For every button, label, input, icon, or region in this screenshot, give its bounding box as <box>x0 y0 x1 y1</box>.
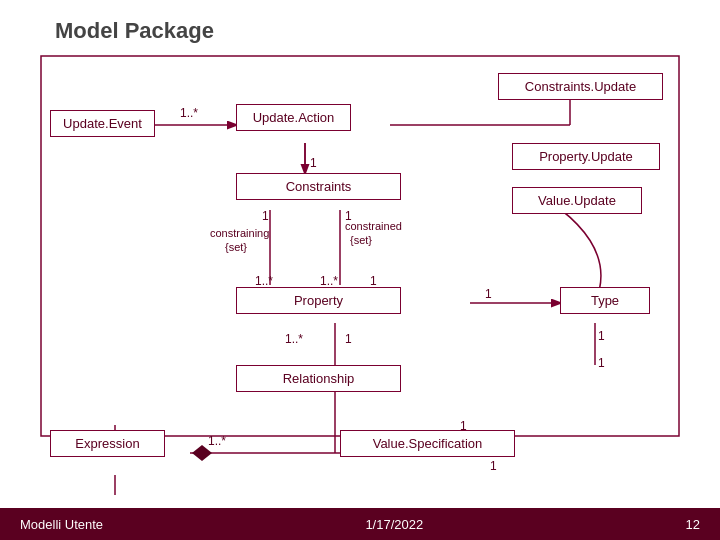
property-box: Property <box>236 287 401 314</box>
value-update-box: Value.Update <box>512 187 642 214</box>
footer-center: 1/17/2022 <box>365 517 423 532</box>
svg-text:constraining: constraining <box>210 227 269 239</box>
svg-text:1..*: 1..* <box>255 274 273 288</box>
svg-text:1: 1 <box>485 287 492 301</box>
svg-text:1..*: 1..* <box>320 274 338 288</box>
constraints-box: Constraints <box>236 173 401 200</box>
svg-text:1: 1 <box>370 274 377 288</box>
footer-left: Modelli Utente <box>20 517 103 532</box>
svg-marker-38 <box>192 445 212 461</box>
update-event-box: Update.Event <box>50 110 155 137</box>
type-box: Type <box>560 287 650 314</box>
svg-text:1: 1 <box>345 209 352 223</box>
value-specification-box: Value.Specification <box>340 430 515 457</box>
svg-text:1: 1 <box>262 209 269 223</box>
svg-text:1: 1 <box>598 356 605 370</box>
update-action-box: Update.Action <box>236 104 351 131</box>
relationship-box: Relationship <box>236 365 401 392</box>
svg-text:1: 1 <box>598 329 605 343</box>
constraints-update-box: Constraints.Update <box>498 73 663 100</box>
expression-box: Expression <box>50 430 165 457</box>
footer: Modelli Utente 1/17/2022 12 <box>0 508 720 540</box>
svg-text:1: 1 <box>490 459 497 473</box>
svg-text:constrained: constrained <box>345 220 402 232</box>
svg-text:1: 1 <box>345 332 352 346</box>
svg-text:1..*: 1..* <box>180 106 198 120</box>
svg-text:{set}: {set} <box>350 234 372 246</box>
svg-text:1: 1 <box>310 156 317 170</box>
page-title: Model Package <box>55 18 214 44</box>
diagram: 1..* 1 constraining {set} 1 constrained … <box>40 55 680 495</box>
svg-text:1..*: 1..* <box>208 434 226 448</box>
svg-text:1..*: 1..* <box>285 332 303 346</box>
property-update-box: Property.Update <box>512 143 660 170</box>
footer-right: 12 <box>686 517 700 532</box>
svg-text:{set}: {set} <box>225 241 247 253</box>
